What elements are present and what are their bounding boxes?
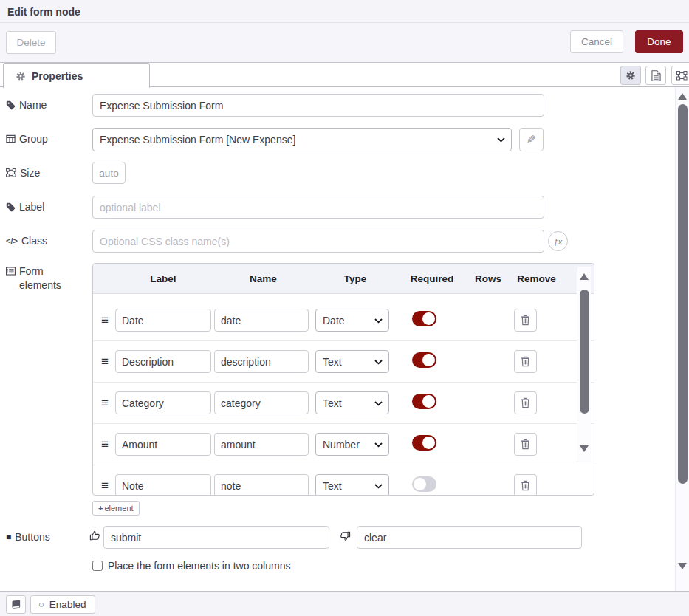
col-header-name: Name [213, 273, 314, 284]
status-circle-icon: ○ [38, 600, 44, 609]
properties-view-button[interactable] [620, 66, 641, 85]
expression-button[interactable]: ƒx [548, 231, 568, 251]
dialog-footer: ○ Enabled [0, 591, 689, 616]
form-elements-header: Label Name Type Required Rows Remove [93, 264, 594, 294]
appearance-view-button[interactable] [671, 66, 689, 85]
col-header-required: Required [397, 273, 467, 284]
edit-group-button[interactable]: ✎ [519, 128, 544, 151]
two-columns-checkbox[interactable] [92, 561, 103, 571]
delete-element-button[interactable] [514, 433, 537, 456]
delete-element-button[interactable] [514, 474, 537, 495]
element-type-select[interactable]: Number [315, 433, 389, 456]
list-icon [6, 267, 16, 276]
group-select[interactable]: Expense Submission Form [New Expense] [92, 128, 512, 151]
pencil-icon: ✎ [527, 133, 536, 146]
cancel-button[interactable]: Cancel [570, 30, 623, 53]
delete-element-button[interactable] [514, 350, 537, 373]
thumbs-down-icon [340, 530, 351, 541]
properties-form: Name Group Expense Submission Form [New … [0, 87, 689, 591]
class-field-label: </> Class [6, 235, 47, 247]
table-scrollbar[interactable] [577, 267, 591, 462]
required-toggle[interactable] [412, 476, 436, 492]
size-button[interactable]: auto [92, 162, 126, 184]
enabled-label: Enabled [49, 599, 86, 610]
required-toggle[interactable] [412, 435, 436, 451]
tab-properties-label: Properties [32, 70, 83, 82]
tab-properties[interactable]: Properties [3, 63, 150, 88]
group-field-label: Group [6, 133, 48, 145]
element-name-input[interactable] [214, 433, 309, 456]
delete-button[interactable]: Delete [6, 31, 56, 54]
table-icon [6, 134, 16, 143]
element-label-input[interactable] [115, 350, 211, 373]
description-view-button[interactable] [645, 66, 666, 85]
trash-icon [521, 315, 530, 326]
form-elements-rows: ≡ Date ≡ [93, 294, 594, 495]
element-label-input[interactable] [115, 433, 211, 456]
table-row: ≡ Date [93, 300, 594, 341]
element-type-select-wrapper: Text [315, 474, 389, 495]
trash-icon [521, 439, 530, 450]
clear-button-label-input[interactable] [357, 526, 582, 549]
label-input[interactable] [92, 196, 544, 219]
submit-button-label-input[interactable] [103, 526, 329, 549]
scroll-up-arrow-icon[interactable] [678, 93, 687, 100]
element-type-select[interactable]: Text [315, 350, 389, 373]
class-input[interactable] [92, 230, 544, 253]
panel-scrollbar-thumb[interactable] [678, 104, 688, 484]
required-toggle[interactable] [412, 311, 436, 326]
add-element-button[interactable]: +element [92, 501, 140, 516]
document-icon [651, 70, 661, 81]
element-name-input[interactable] [214, 474, 309, 495]
table-scrollbar-thumb[interactable] [580, 290, 589, 414]
gear-icon [16, 71, 26, 81]
scroll-down-arrow-icon[interactable] [580, 445, 589, 452]
delete-element-button[interactable] [514, 391, 537, 414]
delete-element-button[interactable] [514, 309, 537, 332]
drag-handle-icon[interactable]: ≡ [96, 355, 114, 369]
square-icon: ■ [6, 532, 11, 542]
element-name-input[interactable] [214, 350, 309, 373]
two-columns-option: Place the form elements in two columns [92, 560, 290, 572]
element-type-select-wrapper: Date [315, 309, 389, 332]
tab-bar: Properties [0, 63, 689, 87]
element-label-input[interactable] [115, 391, 211, 414]
element-label-input[interactable] [115, 474, 211, 495]
name-input[interactable] [92, 94, 544, 117]
tag-icon [6, 100, 16, 110]
two-columns-label: Place the form elements in two columns [108, 560, 290, 572]
element-type-select[interactable]: Text [315, 391, 389, 414]
thumbs-up-icon [89, 530, 100, 541]
dialog-title: Edit form node [0, 0, 689, 24]
drag-handle-icon[interactable]: ≡ [96, 437, 114, 452]
table-row: ≡ Text [93, 465, 594, 495]
element-type-select[interactable]: Text [315, 474, 389, 495]
dialog-header: Edit form node [0, 0, 689, 23]
code-icon: </> [6, 236, 18, 245]
required-toggle[interactable] [412, 352, 436, 368]
scroll-down-arrow-icon[interactable] [678, 563, 687, 569]
node-enabled-toggle[interactable]: ○ Enabled [30, 595, 95, 614]
node-help-button[interactable] [6, 595, 26, 614]
dialog-action-row: Delete Cancel Done [0, 23, 689, 63]
scroll-up-arrow-icon[interactable] [580, 273, 589, 280]
table-row: ≡ Number [93, 424, 594, 465]
trash-icon [521, 356, 530, 367]
trash-icon [521, 480, 530, 491]
done-button[interactable]: Done [635, 30, 683, 53]
drag-handle-icon[interactable]: ≡ [96, 396, 114, 411]
element-name-input[interactable] [214, 309, 309, 332]
element-name-input[interactable] [214, 391, 309, 414]
element-label-input[interactable] [115, 309, 211, 332]
drag-handle-icon[interactable]: ≡ [96, 313, 114, 328]
group-select-wrapper: Expense Submission Form [New Expense] [92, 128, 512, 151]
drag-handle-icon[interactable]: ≡ [96, 479, 114, 493]
panel-scrollbar[interactable] [675, 87, 689, 591]
element-type-select[interactable]: Date [315, 309, 389, 332]
required-toggle[interactable] [412, 394, 436, 409]
gear-icon [625, 70, 636, 81]
form-elements-field-label: Form elements [6, 264, 83, 292]
name-field-label: Name [6, 99, 47, 111]
trash-icon [521, 397, 530, 408]
appearance-icon [676, 71, 688, 81]
